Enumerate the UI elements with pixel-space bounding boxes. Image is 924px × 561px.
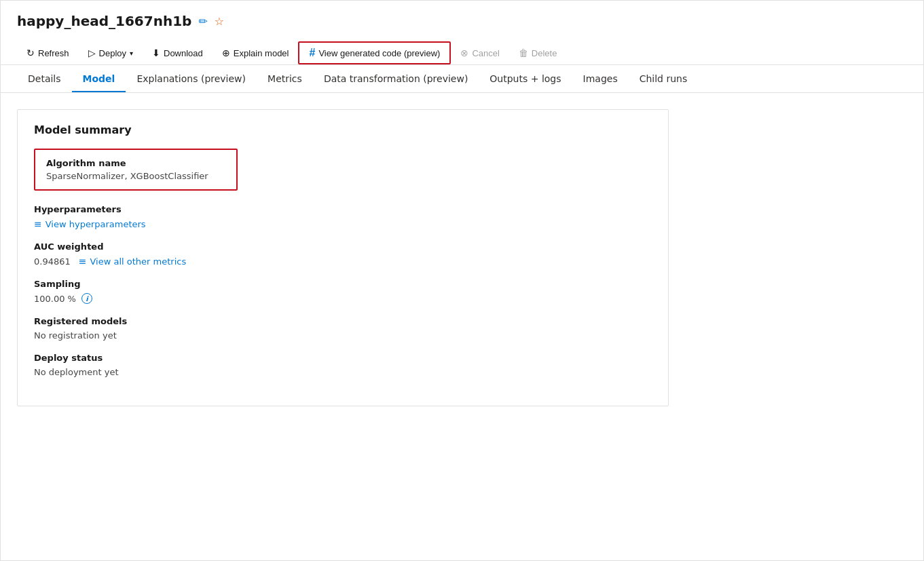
auc-row: 0.94861 ≡ View all other metrics	[34, 256, 652, 267]
delete-icon: 🗑	[519, 47, 528, 58]
view-generated-code-button[interactable]: # View generated code (preview)	[298, 41, 451, 64]
info-icon[interactable]: i	[81, 293, 92, 304]
algorithm-box: Algorithm name SparseNormalizer, XGBoost…	[34, 149, 238, 191]
title-row: happy_head_1667nh1b ✏️ ☆	[1, 1, 923, 36]
registered-models-section: Registered models No registration yet	[34, 316, 652, 341]
view-other-metrics-link[interactable]: ≡ View all other metrics	[79, 256, 186, 267]
hash-icon: #	[309, 47, 315, 59]
list-icon: ≡	[34, 218, 42, 229]
deploy-label: Deploy	[99, 48, 126, 58]
edit-icon[interactable]: ✏️	[198, 15, 207, 28]
toolbar: ↻ Refresh ▷ Deploy ▾ ⬇ Download ⊕ Explai…	[1, 36, 923, 65]
sampling-label: Sampling	[34, 279, 652, 289]
tab-details[interactable]: Details	[17, 65, 72, 92]
cancel-label: Cancel	[472, 48, 499, 58]
tab-data-transformation[interactable]: Data transformation (preview)	[313, 65, 479, 92]
download-button[interactable]: ⬇ Download	[143, 43, 212, 62]
hyperparameters-section: Hyperparameters ≡ View hyperparameters	[34, 204, 652, 229]
auc-value: 0.94861	[34, 256, 71, 267]
refresh-icon: ↻	[26, 47, 35, 58]
tabs: Details Model Explanations (preview) Met…	[1, 65, 923, 93]
card-title: Model summary	[34, 123, 652, 136]
algorithm-value: SparseNormalizer, XGBoostClassifier	[46, 171, 225, 181]
delete-button[interactable]: 🗑 Delete	[509, 43, 567, 62]
tab-model[interactable]: Model	[72, 65, 126, 92]
deploy-icon: ▷	[88, 47, 96, 58]
registered-models-value: No registration yet	[34, 330, 652, 341]
tab-child-runs[interactable]: Child runs	[629, 65, 699, 92]
deploy-status-section: Deploy status No deployment yet	[34, 353, 652, 377]
metrics-list-icon: ≡	[79, 256, 87, 267]
view-code-label: View generated code (preview)	[318, 48, 440, 58]
explain-icon: ⊕	[222, 47, 230, 58]
tab-explanations[interactable]: Explanations (preview)	[126, 65, 257, 92]
explain-label: Explain model	[234, 48, 289, 58]
registered-models-label: Registered models	[34, 316, 652, 326]
refresh-button[interactable]: ↻ Refresh	[17, 43, 79, 62]
page-title: happy_head_1667nh1b	[17, 13, 191, 29]
auc-section: AUC weighted 0.94861 ≡ View all other me…	[34, 241, 652, 267]
tab-outputs-logs[interactable]: Outputs + logs	[479, 65, 572, 92]
sampling-value: 100.00 %	[34, 294, 76, 304]
cancel-button[interactable]: ⊗ Cancel	[451, 43, 509, 62]
page-wrapper: happy_head_1667nh1b ✏️ ☆ ↻ Refresh ▷ Dep…	[0, 0, 924, 561]
hyperparameters-label: Hyperparameters	[34, 204, 652, 214]
tab-images[interactable]: Images	[572, 65, 629, 92]
algorithm-label: Algorithm name	[46, 158, 225, 168]
download-icon: ⬇	[152, 47, 160, 58]
delete-label: Delete	[532, 48, 557, 58]
star-icon[interactable]: ☆	[215, 15, 224, 28]
refresh-label: Refresh	[38, 48, 69, 58]
deploy-chevron-icon: ▾	[130, 50, 133, 57]
view-hyperparameters-link[interactable]: ≡ View hyperparameters	[34, 218, 146, 229]
auc-label: AUC weighted	[34, 241, 652, 252]
deploy-button[interactable]: ▷ Deploy ▾	[79, 43, 143, 62]
tab-metrics[interactable]: Metrics	[257, 65, 313, 92]
deploy-status-value: No deployment yet	[34, 367, 652, 377]
model-summary-card: Model summary Algorithm name SparseNorma…	[17, 109, 669, 406]
sampling-row: 100.00 % i	[34, 293, 652, 304]
deploy-status-label: Deploy status	[34, 353, 652, 363]
main-content: Model summary Algorithm name SparseNorma…	[1, 93, 923, 423]
explain-model-button[interactable]: ⊕ Explain model	[212, 43, 299, 62]
cancel-icon: ⊗	[460, 47, 468, 58]
sampling-section: Sampling 100.00 % i	[34, 279, 652, 304]
download-label: Download	[164, 48, 203, 58]
